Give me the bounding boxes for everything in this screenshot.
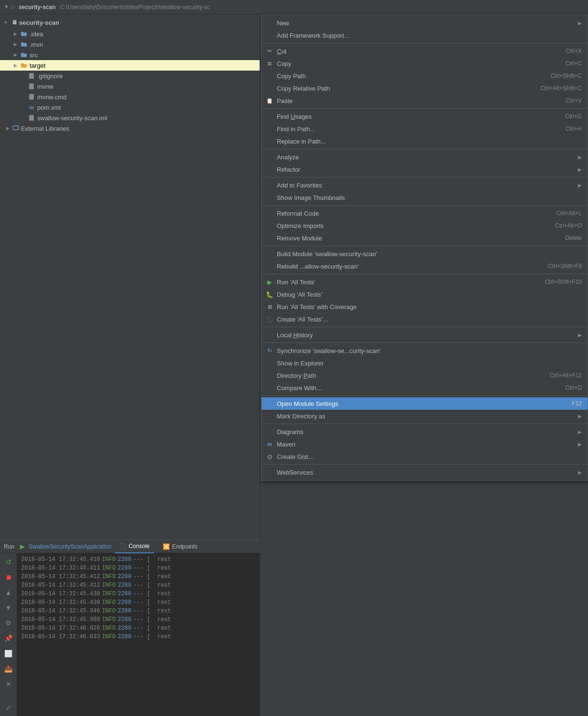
menu-item-diagrams[interactable]: Diagrams ▶: [262, 425, 588, 438]
tree-item-pomxml[interactable]: m pom.xml: [0, 102, 260, 113]
separator-3: [262, 149, 588, 149]
tree-item-idea[interactable]: ▶ .idea: [0, 29, 260, 39]
menu-item-cut[interactable]: ✂ Cut Ctrl+X: [262, 45, 588, 57]
copy-relative-path-label: Copy Relative Path: [277, 85, 330, 92]
tree-item-target[interactable]: ▶ target: [0, 60, 260, 71]
svg-rect-0: [29, 73, 34, 79]
menu-item-copy-relative-path[interactable]: Copy Relative Path Ctrl+Alt+Shift+C: [262, 82, 588, 94]
local-history-arrow: ▶: [578, 332, 582, 338]
menu-item-find-usages[interactable]: Find Usages Ctrl+G: [262, 110, 588, 123]
menu-item-paste[interactable]: 📋 Paste Ctrl+V: [262, 94, 588, 107]
menu-item-analyze[interactable]: Analyze ▶: [262, 151, 588, 163]
menu-item-show-thumbnails[interactable]: Show Image Thumbnails: [262, 191, 588, 204]
expand-run-button[interactable]: ⤢: [2, 701, 15, 714]
webservices-arrow: ▶: [578, 470, 582, 475]
scroll-up-button[interactable]: ▲: [2, 586, 15, 599]
pin-button[interactable]: 📌: [2, 632, 15, 645]
menu-item-local-history[interactable]: Local History ▶: [262, 329, 588, 341]
show-in-explorer-label: Show in Explorer: [277, 360, 324, 367]
separator-2: [262, 108, 588, 109]
menu-item-rebuild-module[interactable]: Rebuild ...allow-security-scan' Ctrl+Shi…: [262, 260, 588, 272]
stop-button[interactable]: ⏹: [2, 571, 15, 584]
remove-module-shortcut: Delete: [565, 235, 582, 241]
separator-9: [262, 342, 588, 343]
rerun-button[interactable]: ↺: [2, 555, 15, 569]
tab-console[interactable]: ⬛ Console: [115, 540, 154, 553]
scroll-down-button[interactable]: ▼: [2, 601, 15, 614]
svg-rect-4: [13, 126, 19, 130]
directory-path-shortcut: Ctrl+Alt+F12: [550, 372, 582, 379]
title-bar: ▼ ▷ security-scan C:\Users\fairy\Documen…: [0, 0, 588, 14]
menu-item-reformat[interactable]: Reformat Code Ctrl+Alt+L: [262, 207, 588, 219]
svg-rect-1: [29, 83, 34, 89]
tree-item-mvnwcmd[interactable]: mvnw.cmd: [0, 92, 260, 102]
copy-path-shortcut: Ctrl+Shift+C: [551, 73, 582, 79]
menu-item-directory-path[interactable]: Directory Path Ctrl+Alt+F12: [262, 369, 588, 382]
menu-item-open-module-settings[interactable]: Open Module Settings F12: [262, 397, 588, 410]
menu-item-show-in-explorer[interactable]: Show in Explorer: [262, 357, 588, 369]
export-button[interactable]: 📤: [2, 662, 15, 675]
tree-item-mvn[interactable]: ▶ .mvn: [0, 39, 260, 50]
webservices-label: WebServices: [277, 469, 313, 476]
menu-item-find-in-path[interactable]: Find in Path... Ctrl+H: [262, 123, 588, 135]
idea-arrow: ▶: [11, 30, 19, 38]
separator-7: [262, 274, 588, 274]
copy-label: Copy: [277, 60, 291, 67]
analyze-arrow: ▶: [578, 155, 582, 160]
menu-item-create-gist[interactable]: ⊙ Create Gist...: [262, 450, 588, 463]
menu-item-build-module[interactable]: Build Module 'swallow-security-scan': [262, 248, 588, 260]
tree-item-gitignore[interactable]: .gitignore: [0, 71, 260, 81]
root-label: security-scan: [19, 19, 59, 26]
menu-item-copy[interactable]: ⧉ Copy Ctrl+C: [262, 57, 588, 70]
menu-item-replace-in-path[interactable]: Replace in Path...: [262, 135, 588, 147]
menu-item-refactor[interactable]: Refactor ▶: [262, 163, 588, 176]
menu-item-new[interactable]: New ▶: [262, 17, 588, 29]
menu-item-maven[interactable]: m Maven ▶: [262, 438, 588, 450]
new-label: New: [277, 20, 289, 27]
run-tests-icon: ▶: [265, 278, 274, 286]
find-in-path-label: Find in Path...: [277, 125, 315, 133]
menu-item-copy-path[interactable]: Copy Path Ctrl+Shift+C: [262, 70, 588, 82]
menu-item-synchronize[interactable]: ↻ Synchronize 'swallow-se...curity-scan': [262, 344, 588, 357]
cut-shortcut: Ctrl+X: [566, 48, 582, 54]
menu-item-run-coverage[interactable]: ⊞ Run 'All Tests' with Coverage: [262, 301, 588, 313]
separator-6: [262, 246, 588, 246]
separator-5: [262, 205, 588, 206]
computer-icon: 🖥: [11, 19, 17, 26]
tree-item-external-libraries[interactable]: ▶ External Libraries: [0, 123, 260, 134]
favorites-arrow: ▶: [578, 183, 582, 188]
reformat-label: Reformat Code: [277, 210, 319, 217]
pomxml-icon: m: [28, 104, 35, 111]
pomxml-label: pom.xml: [37, 104, 61, 111]
menu-item-run-all-tests[interactable]: ▶ Run 'All Tests' Ctrl+Shift+F10: [262, 276, 588, 288]
settings-button[interactable]: ⚙: [2, 616, 15, 630]
copy-relative-path-shortcut: Ctrl+Alt+Shift+C: [541, 85, 582, 92]
mark-directory-arrow: ▶: [578, 414, 582, 419]
src-folder-icon: [20, 51, 28, 59]
menu-item-mark-directory[interactable]: Mark Directory as ▶: [262, 410, 588, 422]
log-line-3: 2018-05-14 17:32:45.412 INFO 2280 --- [ …: [21, 572, 256, 581]
close-run-button[interactable]: ✕: [2, 677, 15, 691]
menu-item-debug-all-tests[interactable]: 🐛 Debug 'All Tests': [262, 288, 588, 301]
menu-item-compare-with[interactable]: Compare With... Ctrl+D: [262, 382, 588, 394]
tree-item-src[interactable]: ▶ src: [0, 50, 260, 60]
maven-icon: m: [265, 440, 274, 448]
menu-item-optimize-imports[interactable]: Optimize Imports Ctrl+Alt+O: [262, 219, 588, 232]
maximize-button[interactable]: ⬜: [2, 647, 15, 660]
gitignore-icon: [28, 72, 35, 80]
tab-endpoints[interactable]: 🔀 Endpoints: [158, 540, 202, 553]
menu-item-create-all-tests[interactable]: ⬛ Create 'All Tests'...: [262, 313, 588, 325]
menu-item-add-framework[interactable]: Add Framework Support...: [262, 29, 588, 42]
tree-root[interactable]: ▼ 🖥 security-scan: [0, 16, 260, 29]
console-label: Console: [128, 543, 149, 550]
copy-path-label: Copy Path: [277, 73, 306, 80]
copy-icon: ⧉: [265, 59, 274, 68]
tree-item-mvnw[interactable]: mvnw: [0, 81, 260, 92]
context-menu: New ▶ Add Framework Support... ✂ Cut Ctr…: [261, 14, 588, 481]
menu-item-remove-module[interactable]: Remove Module Delete: [262, 232, 588, 244]
menu-item-add-favorites[interactable]: Add to Favorites ▶: [262, 179, 588, 191]
tree-item-iml[interactable]: swallow-security-scan.iml: [0, 113, 260, 123]
debug-all-tests-label: Debug 'All Tests': [277, 291, 322, 298]
menu-item-webservices[interactable]: WebServices ▶: [262, 466, 588, 478]
refactor-arrow: ▶: [578, 167, 582, 172]
